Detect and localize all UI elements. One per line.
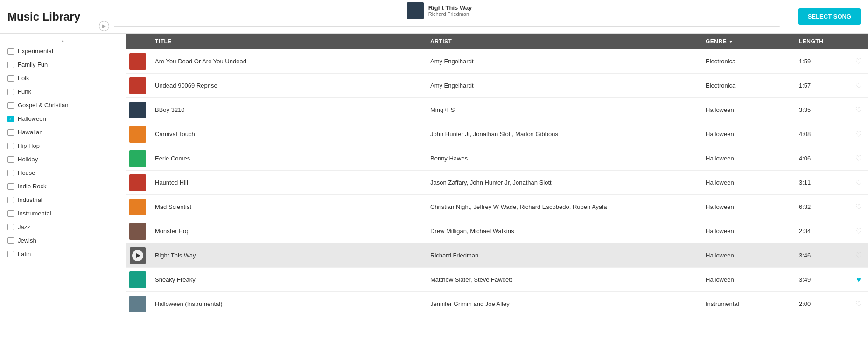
genre-checkbox-indie-rock[interactable] xyxy=(7,183,14,190)
play-button[interactable]: ▶ xyxy=(99,21,109,31)
table-row[interactable]: Sneaky FreakyMatthew Slater, Steve Fawce… xyxy=(126,268,868,292)
song-artist: Amy Engelhardt xyxy=(425,55,700,68)
genre-checkbox-jewish[interactable] xyxy=(7,237,14,244)
genre-checkbox-industrial[interactable] xyxy=(7,197,14,203)
genre-item-gospel[interactable]: Gospel & Christian xyxy=(0,98,126,112)
genre-item-holiday[interactable]: Holiday xyxy=(0,153,126,166)
genre-checkbox-funk[interactable] xyxy=(7,89,14,95)
progress-track[interactable] xyxy=(114,26,780,27)
genre-item-hawaiian[interactable]: Hawaiian xyxy=(0,125,126,139)
th-genre[interactable]: GENRE ▼ xyxy=(700,38,793,45)
genre-item-industrial[interactable]: Industrial xyxy=(0,193,126,207)
song-length: 3:46 xyxy=(793,249,849,262)
table-row[interactable]: Are You Dead Or Are You UndeadAmy Engelh… xyxy=(126,49,868,74)
song-thumbnail-img xyxy=(129,271,146,288)
genre-item-latin[interactable]: Latin xyxy=(0,247,126,261)
genre-label-experimental: Experimental xyxy=(18,48,53,55)
page-title: Music Library xyxy=(7,10,80,23)
heart-icon: ♡ xyxy=(855,57,862,66)
genre-item-instrumental[interactable]: Instrumental xyxy=(0,207,126,220)
table-row[interactable]: Eerie ComesBenny HawesHalloween4:06♡ xyxy=(126,146,868,171)
genre-label-hip-hop: Hip Hop xyxy=(18,142,40,149)
genre-item-family-fun[interactable]: Family Fun xyxy=(0,58,126,71)
genre-item-hip-hop[interactable]: Hip Hop xyxy=(0,139,126,153)
genre-label-jewish: Jewish xyxy=(18,237,36,244)
like-button[interactable]: ♡ xyxy=(849,200,868,214)
like-button[interactable]: ♡ xyxy=(849,103,868,117)
genre-checkbox-holiday[interactable] xyxy=(7,156,14,163)
table-row[interactable]: Right This WayRichard FriedmanHalloween3… xyxy=(126,243,868,268)
player-bar: ▶ xyxy=(99,21,780,31)
genre-item-folk[interactable]: Folk xyxy=(0,71,126,85)
like-button[interactable]: ♡ xyxy=(849,127,868,141)
table-row[interactable]: Haunted HillJason Zaffary, John Hunter J… xyxy=(126,171,868,195)
song-thumbnail xyxy=(126,172,149,194)
song-genre: Electronica xyxy=(700,55,793,68)
like-button[interactable]: ♡ xyxy=(849,248,868,263)
song-thumbnail xyxy=(126,123,149,146)
genre-label-family-fun: Family Fun xyxy=(18,61,48,68)
th-length[interactable]: LENGTH xyxy=(793,38,849,45)
table-row[interactable]: Carnival TouchJohn Hunter Jr, Jonathan S… xyxy=(126,122,868,146)
table-row[interactable]: Undead 90069 RepriseAmy EngelhardtElectr… xyxy=(126,74,868,98)
like-button[interactable]: ♥ xyxy=(849,273,868,287)
table-header: TITLE ARTIST GENRE ▼ LENGTH xyxy=(126,34,868,49)
genre-checkbox-jazz[interactable] xyxy=(7,224,14,230)
genre-checkbox-instrumental[interactable] xyxy=(7,210,14,217)
heart-icon: ♡ xyxy=(855,227,862,236)
song-thumbnail xyxy=(126,269,149,291)
genre-checkbox-latin[interactable] xyxy=(7,251,14,257)
song-title: Monster Hop xyxy=(149,225,425,237)
genre-checkbox-hawaiian[interactable] xyxy=(7,129,14,136)
song-title: Are You Dead Or Are You Undead xyxy=(149,55,425,68)
genre-checkbox-hip-hop[interactable] xyxy=(7,143,14,149)
song-genre: Halloween xyxy=(700,128,793,140)
table-row[interactable]: BBoy 3210Ming+FSHalloween3:35♡ xyxy=(126,98,868,122)
now-playing-artist: Richard Friedman xyxy=(428,11,472,17)
song-title: Eerie Comes xyxy=(149,152,425,165)
song-title: Halloween (Instrumental) xyxy=(149,298,425,310)
song-genre: Halloween xyxy=(700,273,793,286)
genre-item-experimental[interactable]: Experimental xyxy=(0,44,126,58)
genre-item-jazz[interactable]: Jazz xyxy=(0,220,126,234)
genre-checkbox-halloween[interactable]: ✓ xyxy=(7,116,14,122)
song-thumbnail-img xyxy=(129,102,146,118)
like-button[interactable]: ♡ xyxy=(849,151,868,166)
genre-checkbox-gospel[interactable] xyxy=(7,102,14,109)
table-row[interactable]: Halloween (Instrumental)Jennifer Grimm a… xyxy=(126,292,868,316)
song-length: 4:08 xyxy=(793,128,849,140)
genre-checkbox-house[interactable] xyxy=(7,170,14,176)
genre-item-halloween[interactable]: ✓Halloween xyxy=(0,112,126,125)
song-length: 2:34 xyxy=(793,225,849,237)
like-button[interactable]: ♡ xyxy=(849,78,868,93)
genre-item-funk[interactable]: Funk xyxy=(0,85,126,98)
like-button[interactable]: ♡ xyxy=(849,224,868,238)
song-genre: Instrumental xyxy=(700,298,793,310)
like-button[interactable]: ♡ xyxy=(849,175,868,190)
song-thumbnail-img xyxy=(129,296,146,312)
genre-checkbox-family-fun[interactable] xyxy=(7,62,14,68)
scroll-up-indicator[interactable]: ▲ xyxy=(0,37,126,44)
genre-label-halloween: Halloween xyxy=(18,115,46,122)
genre-item-indie-rock[interactable]: Indie Rock xyxy=(0,180,126,193)
song-thumbnail xyxy=(126,196,149,218)
genre-checkbox-folk[interactable] xyxy=(7,75,14,82)
genre-sort-arrow: ▼ xyxy=(728,39,733,44)
genre-item-jewish[interactable]: Jewish xyxy=(0,234,126,247)
genre-checkbox-experimental[interactable] xyxy=(7,48,14,55)
song-title: Undead 90069 Reprise xyxy=(149,79,425,92)
th-title[interactable]: TITLE xyxy=(149,38,425,45)
song-thumbnail xyxy=(126,244,149,267)
genre-item-house[interactable]: House xyxy=(0,166,126,180)
table-row[interactable]: Mad ScientistChristian Night, Jeffrey W … xyxy=(126,195,868,219)
th-artist[interactable]: ARTIST xyxy=(425,38,700,45)
like-button[interactable]: ♡ xyxy=(849,54,868,69)
song-thumbnail-img xyxy=(129,126,146,143)
now-playing: Right This Way Richard Friedman xyxy=(407,2,472,19)
song-thumbnail-img xyxy=(129,223,146,240)
genre-label-latin: Latin xyxy=(18,250,31,257)
heart-icon: ♡ xyxy=(855,81,862,90)
select-song-button[interactable]: SELECT SONG xyxy=(798,8,861,25)
table-row[interactable]: Monster HopDrew Milligan, Michael Watkin… xyxy=(126,219,868,243)
like-button[interactable]: ♡ xyxy=(849,297,868,311)
